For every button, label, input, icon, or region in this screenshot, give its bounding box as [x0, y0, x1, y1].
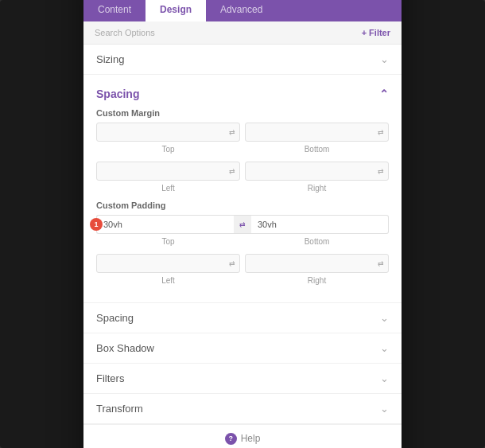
padding-right-input[interactable]	[245, 254, 389, 273]
sizing-chevron-icon: ⌄	[380, 53, 389, 65]
tab-bar: Content Design Advanced	[83, 0, 402, 21]
filters-section-row[interactable]: Box Shadow ⌄	[83, 333, 402, 364]
padding-left-link-icon: ⇄	[229, 259, 235, 267]
padding-lr-labels: Left Right	[96, 276, 389, 285]
padding-lr-inputs: ⇄ ⇄	[96, 254, 389, 273]
padding-right-cell: ⇄	[245, 254, 389, 273]
animation-label: Transform	[96, 403, 143, 415]
tab-content[interactable]: Content	[83, 0, 146, 21]
padding-top-label-text: Top	[96, 237, 240, 246]
box-shadow-chevron-icon: ⌄	[380, 312, 389, 324]
padding-pair-row: ⇄	[96, 215, 389, 234]
padding-left-input[interactable]	[96, 254, 240, 273]
padding-badge: 1	[90, 218, 103, 231]
sizing-section-row[interactable]: Sizing ⌄	[83, 45, 402, 75]
padding-bottom-label-text: Bottom	[245, 237, 389, 246]
margin-left-label-text: Left	[96, 184, 240, 193]
padding-bottom-input[interactable]	[251, 215, 389, 234]
padding-right-link-icon: ⇄	[378, 259, 384, 267]
padding-top-input[interactable]	[96, 215, 234, 234]
margin-bottom-label-text: Bottom	[245, 145, 389, 154]
box-shadow-label: Spacing	[96, 312, 134, 324]
transform-chevron-icon: ⌄	[380, 372, 389, 384]
margin-bottom-labels: Left Right	[96, 184, 389, 193]
filters-chevron-icon: ⌄	[380, 342, 389, 354]
padding-left-label-text: Left	[96, 276, 240, 285]
search-placeholder: Search Options	[95, 28, 155, 37]
margin-top-cell: ⇄	[96, 123, 240, 142]
margin-inputs: ⇄ ⇄	[96, 123, 389, 142]
margin-left-link-icon: ⇄	[378, 128, 384, 136]
padding-link-icon[interactable]: ⇄	[234, 215, 251, 234]
modal-body: Sizing ⌄ Spacing ⌃ Custom Margin ⇄	[83, 45, 402, 424]
animation-section-row[interactable]: Transform ⌄	[83, 394, 402, 424]
margin-bottom-cell: ⇄	[96, 162, 240, 181]
padding-bottom-cell	[251, 215, 389, 234]
margin-inputs-2: ⇄ ⇄	[96, 162, 389, 181]
transform-label: Filters	[96, 372, 124, 384]
spacing-section: Spacing ⌃ Custom Margin ⇄ ⇄	[83, 75, 402, 303]
margin-top-link-icon: ⇄	[229, 128, 235, 136]
custom-padding-group: Custom Padding 1 ⇄	[96, 201, 389, 285]
margin-right-cell: ⇄	[245, 162, 389, 181]
margin-bottom-input[interactable]	[96, 162, 240, 181]
help-icon: ?	[225, 433, 237, 445]
spacing-collapse-icon: ⌃	[379, 88, 389, 100]
spacing-title-label: Spacing	[96, 88, 139, 100]
margin-top-label-text: Top	[96, 145, 240, 154]
margin-top-labels: Top Bottom	[96, 145, 389, 154]
help-label: Help	[241, 433, 261, 444]
margin-top-input[interactable]	[96, 123, 240, 142]
padding-top-bottom-row: 1 ⇄	[96, 215, 389, 234]
custom-padding-label: Custom Padding	[96, 201, 389, 210]
custom-margin-group: Custom Margin ⇄ ⇄ Top Bottom	[96, 108, 389, 193]
sizing-label: Sizing	[96, 53, 124, 65]
margin-right-link-icon: ⇄	[378, 167, 384, 175]
search-bar: Search Options + Filter	[83, 21, 402, 45]
margin-bottom-link-icon: ⇄	[229, 167, 235, 175]
filters-label: Box Shadow	[96, 342, 154, 354]
tab-design[interactable]: Design	[146, 0, 206, 21]
margin-left-cell: ⇄	[245, 123, 389, 142]
tab-advanced[interactable]: Advanced	[206, 0, 277, 21]
background: Divider Settings ⚙ ▭ Content Design Adva…	[0, 0, 485, 448]
settings-modal: Divider Settings ⚙ ▭ Content Design Adva…	[83, 0, 402, 448]
padding-top-bottom-labels: Top Bottom	[96, 237, 389, 246]
margin-right-input[interactable]	[245, 162, 389, 181]
box-shadow-section-row[interactable]: Spacing ⌄	[83, 303, 402, 333]
transform-section-row[interactable]: Filters ⌄	[83, 364, 402, 394]
custom-margin-label: Custom Margin	[96, 108, 389, 118]
animation-chevron-icon: ⌄	[380, 403, 389, 415]
padding-left-cell: ⇄	[96, 254, 240, 273]
margin-left-input[interactable]	[245, 123, 389, 142]
spacing-section-header[interactable]: Spacing ⌃	[96, 81, 389, 108]
padding-right-label-text: Right	[245, 276, 389, 285]
padding-top-cell	[96, 215, 234, 234]
help-bar: ? Help	[83, 424, 402, 449]
filter-button[interactable]: + Filter	[362, 28, 390, 37]
margin-right-label-text: Right	[245, 184, 389, 193]
